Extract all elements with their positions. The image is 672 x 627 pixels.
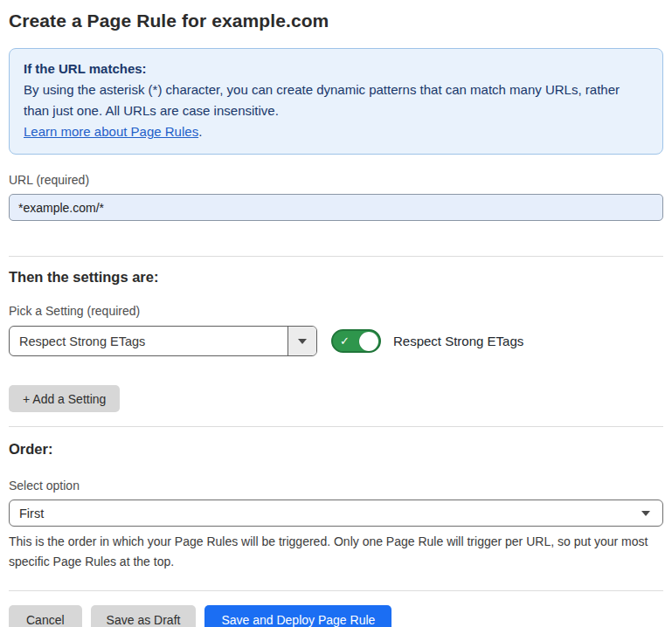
add-setting-button[interactable]: + Add a Setting [9,385,120,412]
link-period: . [198,124,202,139]
url-field-label: URL (required) [9,173,663,187]
pick-setting-label: Pick a Setting (required) [9,304,663,318]
save-as-draft-button[interactable]: Save as Draft [91,605,197,627]
url-input[interactable] [9,194,663,221]
create-page-rule-form: Create a Page Rule for example.com If th… [0,0,672,627]
toggle-label: Respect Strong ETags [393,334,523,348]
form-actions: Cancel Save as Draft Save and Deploy Pag… [9,605,663,627]
info-box-heading: If the URL matches: [24,59,648,79]
url-match-info-box: If the URL matches: By using the asteris… [9,48,663,155]
order-select-value: First [19,506,44,520]
order-select-label: Select option [9,479,663,493]
divider [9,426,663,427]
toggle-check-icon: ✓ [340,335,350,347]
setting-select-value: Respect Strong ETags [10,327,288,355]
respect-strong-etags-toggle[interactable]: ✓ [331,329,381,353]
settings-section-heading: Then the settings are: [9,269,663,286]
info-box-link-line: Learn more about Page Rules. [24,121,648,142]
info-box-body: By using the asterisk (*) character, you… [24,79,648,121]
order-select-dropdown[interactable]: First [9,500,663,527]
toggle-knob [359,332,378,351]
setting-select-dropdown[interactable]: Respect Strong ETags [9,326,317,356]
divider [9,590,663,591]
chevron-down-icon [641,511,650,516]
save-and-deploy-button[interactable]: Save and Deploy Page Rule [204,605,391,627]
order-help-text: This is the order in which your Page Rul… [9,532,655,572]
cancel-button[interactable]: Cancel [9,605,82,627]
learn-more-link[interactable]: Learn more about Page Rules [24,124,198,139]
page-title: Create a Page Rule for example.com [9,10,663,31]
divider [9,256,663,257]
chevron-down-icon [298,339,307,344]
order-section-heading: Order: [9,441,663,458]
setting-picker-row: Respect Strong ETags ✓ Respect Strong ET… [9,326,663,356]
setting-select-arrow-button[interactable] [288,327,316,355]
